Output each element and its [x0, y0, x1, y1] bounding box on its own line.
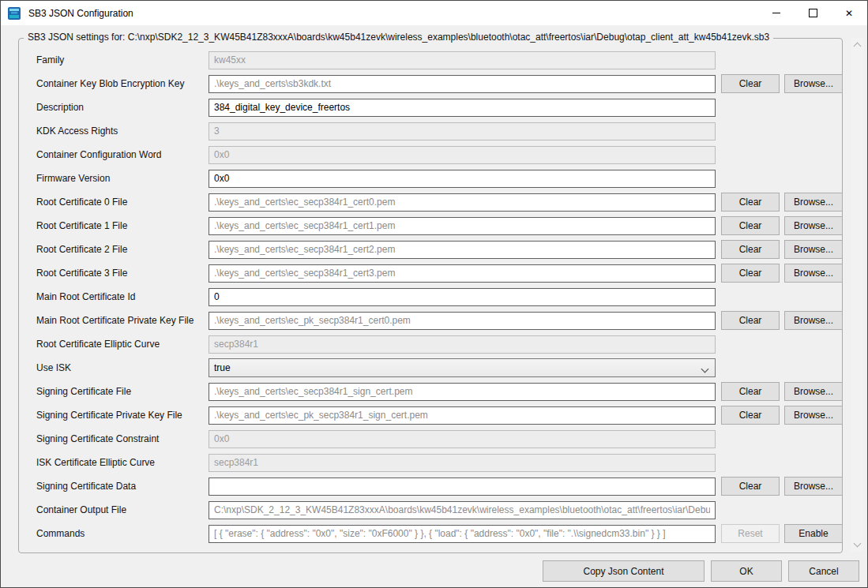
copy-json-content-button[interactable]: Copy Json Content	[543, 560, 705, 582]
field-buttons: ResetEnable	[721, 524, 843, 543]
maximize-button[interactable]	[795, 1, 831, 25]
app-icon	[7, 6, 21, 21]
clear-button[interactable]: Clear	[721, 240, 780, 259]
minimize-button[interactable]	[758, 1, 795, 25]
field-input[interactable]	[209, 288, 716, 306]
field-row: Root Certificate 1 File ClearBrowse...	[19, 214, 842, 238]
browse-button[interactable]: Browse...	[784, 216, 843, 235]
field-buttons: ClearBrowse...	[721, 477, 843, 496]
field-input[interactable]	[209, 406, 716, 425]
minimize-icon	[772, 13, 780, 13]
field-input[interactable]	[209, 501, 716, 519]
field-row: Root Certificate Elliptic Curve	[19, 332, 842, 356]
titlebar: SB3 JSON Configuration ✕	[1, 1, 867, 25]
field-row: Signing Certificate File ClearBrowse...	[19, 380, 842, 403]
clear-button[interactable]: Clear	[721, 311, 780, 330]
field-row: Signing Certificate Constraint	[19, 427, 842, 451]
field-row: Container Configuration Word	[19, 143, 842, 167]
field-row: Description	[19, 96, 842, 119]
field-row: Container Key Blob Encryption Key ClearB…	[19, 72, 842, 96]
field-label: Commands	[36, 528, 209, 539]
chevron-up-icon	[854, 43, 862, 51]
clear-button[interactable]: Clear	[721, 74, 780, 93]
field-label: Signing Certificate File	[36, 386, 209, 397]
field-row: Root Certificate 3 File ClearBrowse...	[19, 261, 842, 285]
clear-button[interactable]: Clear	[721, 216, 780, 235]
browse-button[interactable]: Browse...	[784, 382, 843, 401]
field-buttons: ClearBrowse...	[721, 406, 843, 425]
browse-button[interactable]: Browse...	[784, 240, 843, 259]
field-input	[209, 454, 716, 472]
browse-button[interactable]: Browse...	[784, 477, 843, 496]
field-input[interactable]	[209, 99, 716, 117]
ok-button[interactable]: OK	[711, 560, 782, 582]
scrollbar[interactable]	[851, 38, 864, 552]
group-legend: SB3 JSON settings for: C:\nxp\SDK2_12_3_…	[24, 32, 773, 43]
field-label: ISK Certificate Elliptic Curve	[36, 457, 209, 468]
field-input	[209, 430, 716, 448]
field-input[interactable]	[209, 478, 716, 496]
field-row: Commands ResetEnable	[19, 522, 842, 545]
field-label: Root Certificate 0 File	[36, 197, 209, 208]
field-input[interactable]	[209, 193, 716, 212]
field-input[interactable]	[209, 241, 716, 259]
field-label: Container Output File	[36, 504, 209, 515]
browse-button[interactable]: Browse...	[784, 74, 843, 93]
clear-button[interactable]: Clear	[721, 477, 780, 496]
field-label: Signing Certificate Private Key File	[36, 410, 209, 421]
field-row: KDK Access Rights	[19, 119, 842, 143]
field-input[interactable]	[209, 525, 716, 543]
field-row: Root Certificate 2 File ClearBrowse...	[19, 238, 842, 261]
settings-group: SB3 JSON settings for: C:\nxp\SDK2_12_3_…	[18, 38, 843, 553]
field-input[interactable]	[209, 75, 716, 93]
field-row: Signing Certificate Private Key File Cle…	[19, 403, 842, 427]
form-rows: Family Container Key Blob Encryption Key…	[19, 39, 842, 545]
field-buttons: ClearBrowse...	[721, 216, 843, 235]
field-label: Signing Certificate Constraint	[36, 433, 209, 444]
field-label: Description	[36, 102, 209, 113]
browse-button[interactable]: Browse...	[784, 193, 843, 212]
field-buttons: ClearBrowse...	[721, 264, 843, 283]
field-input	[209, 122, 716, 140]
field-input	[209, 146, 716, 164]
field-input[interactable]	[209, 170, 716, 188]
field-label: Container Key Blob Encryption Key	[36, 78, 209, 89]
field-label: Firmware Version	[36, 173, 209, 184]
field-row: Signing Certificate Data ClearBrowse...	[19, 474, 842, 498]
field-row: Use ISK true	[19, 356, 842, 380]
clear-button[interactable]: Clear	[721, 406, 780, 425]
window-title: SB3 JSON Configuration	[28, 8, 133, 19]
field-input[interactable]	[209, 383, 716, 401]
browse-button[interactable]: Browse...	[784, 264, 843, 283]
field-buttons: ClearBrowse...	[721, 74, 843, 93]
enable-button[interactable]: Enable	[784, 524, 843, 543]
field-input[interactable]	[209, 264, 716, 283]
field-select[interactable]: true	[209, 358, 716, 377]
field-row: Family	[19, 48, 842, 72]
browse-button[interactable]: Browse...	[784, 311, 843, 330]
scroll-down-button[interactable]	[851, 537, 864, 550]
field-label: Root Certificate 2 File	[36, 244, 209, 255]
reset-button: Reset	[721, 524, 780, 543]
field-label: Root Certificate 3 File	[36, 268, 209, 279]
field-label: Root Certificate 1 File	[36, 220, 209, 231]
browse-button[interactable]: Browse...	[784, 406, 843, 425]
field-label: Container Configuration Word	[36, 149, 209, 160]
field-input[interactable]	[209, 312, 716, 330]
field-buttons: ClearBrowse...	[721, 193, 843, 212]
field-row: Root Certificate 0 File ClearBrowse...	[19, 190, 842, 214]
clear-button[interactable]: Clear	[721, 264, 780, 283]
field-input[interactable]	[209, 217, 716, 235]
field-row: Container Output File	[19, 498, 842, 522]
field-label: Root Certificate Elliptic Curve	[36, 339, 209, 350]
field-row: Firmware Version	[19, 167, 842, 190]
field-buttons: ClearBrowse...	[721, 311, 843, 330]
field-row: Main Root Certificate Id	[19, 285, 842, 309]
field-label: KDK Access Rights	[36, 125, 209, 137]
clear-button[interactable]: Clear	[721, 193, 780, 212]
scroll-up-button[interactable]	[851, 39, 864, 53]
field-buttons: ClearBrowse...	[721, 240, 843, 259]
cancel-button[interactable]: Cancel	[788, 560, 859, 582]
clear-button[interactable]: Clear	[721, 382, 780, 401]
close-button[interactable]: ✕	[831, 1, 867, 25]
